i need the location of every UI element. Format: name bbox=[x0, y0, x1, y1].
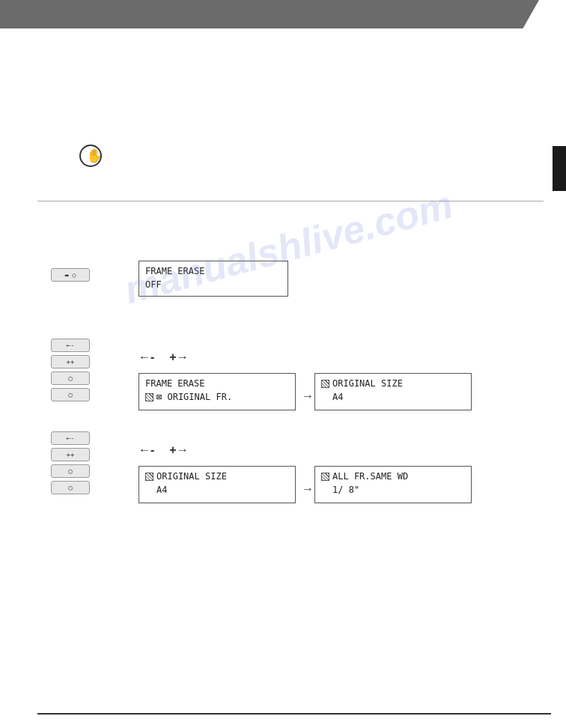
arrow-right-1: +→ bbox=[169, 351, 188, 364]
all-fr-value: 1/ 8" bbox=[332, 485, 359, 495]
right-arrow-1: → bbox=[302, 389, 314, 403]
original-size-value-2: A4 bbox=[156, 485, 167, 495]
frame-erase-label: FRAME ERASE bbox=[145, 264, 282, 278]
arrow-right-2: +→ bbox=[169, 443, 188, 457]
all-fr-same-wd-box: ALL FR.SAME WD 1/ 8" bbox=[314, 466, 472, 503]
original-size-label-2: ORIGINAL SIZE bbox=[156, 470, 227, 483]
arrows-row-2: ←- +→ bbox=[139, 443, 189, 457]
right-arrow-2: → bbox=[302, 482, 314, 496]
bottom-divider bbox=[37, 713, 551, 715]
svg-text:✋: ✋ bbox=[86, 148, 103, 164]
header-bar bbox=[0, 0, 539, 28]
arrow-left-1: ←- bbox=[139, 351, 154, 364]
arrows-row-1: ←- +→ bbox=[139, 351, 189, 364]
btn-circle-1b[interactable]: ○ bbox=[51, 388, 90, 401]
btn-plus-plus-1[interactable]: ++ bbox=[51, 355, 90, 368]
menu-button-1[interactable]: ▬ ○ bbox=[51, 268, 90, 282]
btn-circle-2b[interactable]: ○ bbox=[51, 481, 90, 494]
original-size-value-1: A4 bbox=[332, 392, 343, 402]
warning-icon: ✋ bbox=[79, 144, 103, 168]
btn-left-minus-2[interactable]: ←- bbox=[51, 431, 90, 445]
btn-circle-1a[interactable]: ○ bbox=[51, 371, 90, 385]
right-sidebar-tab bbox=[553, 146, 566, 191]
section-divider bbox=[37, 201, 544, 201]
btn-circle-2a[interactable]: ○ bbox=[51, 464, 90, 478]
btn-left-minus-1[interactable]: ←- bbox=[51, 339, 90, 352]
original-size-box-1: ORIGINAL SIZE A4 bbox=[314, 373, 472, 410]
original-size-label-1: ORIGINAL SIZE bbox=[332, 377, 403, 390]
frame-erase-value: OFF bbox=[145, 278, 282, 291]
all-fr-label: ALL FR.SAME WD bbox=[332, 470, 408, 483]
original-size-box-2: ORIGINAL SIZE A4 bbox=[139, 466, 296, 503]
frame-erase-orig-value: ⊠ ORIGINAL FR. bbox=[156, 390, 232, 404]
frame-erase-orig-label: FRAME ERASE bbox=[145, 377, 204, 390]
arrow-left-2: ←- bbox=[139, 443, 154, 457]
btn-plus-plus-2[interactable]: ++ bbox=[51, 448, 90, 461]
frame-erase-orig-box: FRAME ERASE ⊠ ORIGINAL FR. bbox=[139, 373, 296, 410]
frame-erase-off-box: FRAME ERASE OFF bbox=[139, 261, 288, 297]
